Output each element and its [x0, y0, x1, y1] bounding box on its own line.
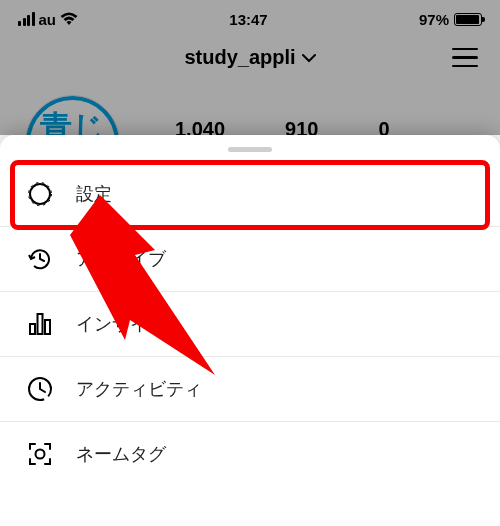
menu-label: 設定 — [76, 182, 112, 206]
status-left: au — [18, 11, 78, 28]
chart-icon — [26, 310, 54, 338]
svg-rect-2 — [30, 324, 35, 334]
battery-icon — [454, 13, 482, 26]
svg-point-1 — [29, 183, 52, 206]
status-bar: au 13:47 97% — [0, 0, 500, 30]
history-icon — [26, 245, 54, 273]
svg-rect-3 — [38, 314, 43, 334]
menu-button[interactable] — [452, 48, 478, 68]
svg-point-0 — [30, 184, 50, 204]
menu-label: ネームタグ — [76, 442, 166, 466]
signal-icon — [18, 12, 35, 26]
bottom-sheet: 設定 アーカイブ インサイト アクティビティ — [0, 135, 500, 526]
clock-icon — [26, 375, 54, 403]
carrier-label: au — [39, 11, 57, 28]
username-dropdown[interactable]: study_appli — [184, 46, 315, 69]
username-label: study_appli — [184, 46, 295, 69]
menu-item-settings[interactable]: 設定 — [0, 162, 500, 227]
wifi-icon — [60, 12, 78, 26]
svg-rect-4 — [45, 320, 50, 334]
menu-item-nametag[interactable]: ネームタグ — [0, 422, 500, 486]
scan-icon — [26, 440, 54, 468]
menu-label: インサイト — [76, 312, 166, 336]
status-time: 13:47 — [229, 11, 267, 28]
menu-item-insights[interactable]: インサイト — [0, 292, 500, 357]
sheet-grabber[interactable] — [228, 147, 272, 152]
battery-percent: 97% — [419, 11, 449, 28]
menu-label: アクティビティ — [76, 377, 202, 401]
profile-header: study_appli — [0, 30, 500, 85]
menu-label: アーカイブ — [76, 247, 166, 271]
menu-item-archive[interactable]: アーカイブ — [0, 227, 500, 292]
menu-item-activity[interactable]: アクティビティ — [0, 357, 500, 422]
svg-point-6 — [36, 450, 45, 459]
gear-icon — [26, 180, 54, 208]
status-right: 97% — [419, 11, 482, 28]
chevron-down-icon — [302, 53, 316, 63]
